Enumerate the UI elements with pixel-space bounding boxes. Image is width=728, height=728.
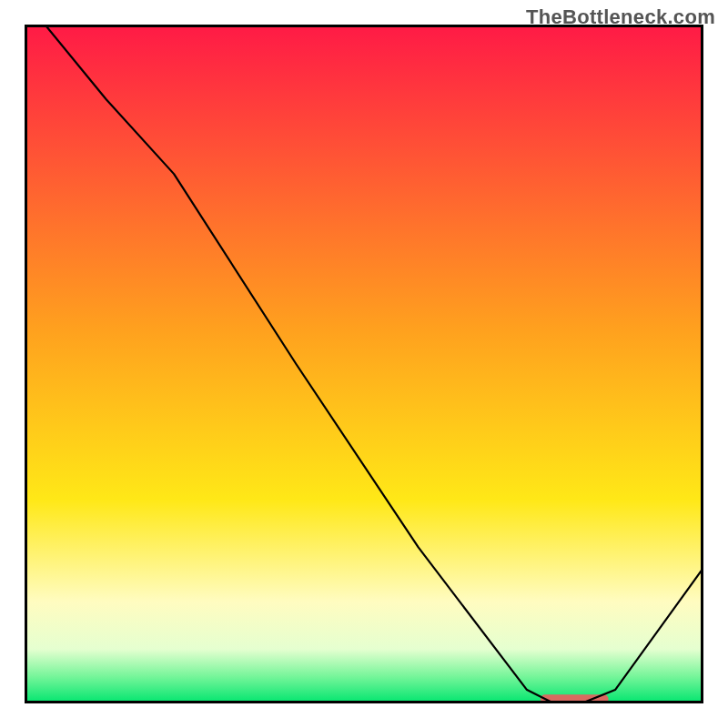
- plot-area: [25, 25, 703, 703]
- plot-background: [25, 25, 703, 703]
- chart-frame: TheBottleneck.com: [0, 0, 728, 728]
- plot-svg: [25, 25, 703, 703]
